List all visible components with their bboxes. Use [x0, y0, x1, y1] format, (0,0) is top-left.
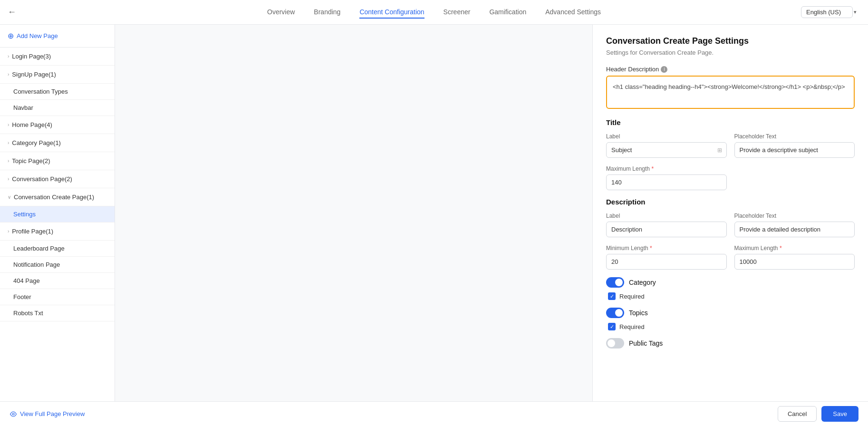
header-description-box[interactable]: <h1 class="heading heading--h4"><strong>… — [606, 76, 855, 109]
settings-subtitle: Settings for Conversation Create Page. — [606, 49, 855, 56]
tab-gamification[interactable]: Gamification — [489, 6, 526, 19]
header-description-section: Header Description i <h1 class="heading … — [606, 66, 855, 109]
chevron-right-icon: › — [8, 72, 9, 77]
desc-label-group: Label — [606, 213, 727, 237]
eye-icon — [10, 410, 17, 418]
view-full-page-preview-button[interactable]: View Full Page Preview — [10, 410, 85, 418]
add-new-page-button[interactable]: ⊕ Add New Page — [0, 25, 115, 48]
info-icon[interactable]: i — [661, 66, 667, 73]
sidebar-item-footer[interactable]: Footer — [0, 289, 115, 305]
sidebar-item-navbar[interactable]: Navbar — [0, 100, 115, 116]
chevron-right-icon: › — [8, 54, 9, 59]
chevron-right-icon: › — [8, 140, 9, 145]
plus-circle-icon: ⊕ — [8, 31, 14, 40]
desc-min-length-label: Minimum Length — [606, 245, 648, 252]
settings-panel: Conversation Create Page Settings Settin… — [592, 25, 868, 401]
desc-max-length-label: Maximum Length — [734, 245, 778, 252]
chevron-right-icon: › — [8, 176, 9, 182]
bottom-bar: View Full Page Preview Cancel Save — [0, 401, 868, 426]
top-nav: ← Overview Branding Content Configuratio… — [0, 0, 868, 25]
category-label: Category — [629, 279, 656, 286]
action-buttons: Cancel Save — [778, 406, 858, 422]
title-max-length-group: Maximum Length * — [606, 165, 727, 190]
sidebar-item-category-page[interactable]: › Category Page(1) — [0, 134, 115, 152]
tab-screener[interactable]: Screener — [444, 6, 471, 19]
title-max-length-label: Maximum Length — [606, 165, 650, 172]
sidebar-item-robots-txt[interactable]: Robots Txt — [0, 305, 115, 321]
sidebar-item-settings[interactable]: Settings — [0, 206, 115, 223]
sidebar-item-conversation-create-page[interactable]: ∨ Conversation Create Page(1) — [0, 188, 115, 206]
desc-min-length-group: Minimum Length * — [606, 245, 727, 270]
title-label-field-label: Label — [606, 133, 727, 140]
tab-content-configuration[interactable]: Content Configuration — [359, 6, 424, 19]
sidebar-item-profile-page[interactable]: › Profile Page(1) — [0, 223, 115, 241]
topics-label: Topics — [629, 309, 648, 317]
header-description-label: Header Description — [606, 66, 659, 73]
sidebar-item-conversation-page[interactable]: › Conversation Page(2) — [0, 170, 115, 188]
category-required-row: ✓ Required — [608, 292, 855, 300]
desc-placeholder-group: Placeholder Text — [734, 213, 855, 237]
category-toggle-row: Category — [606, 277, 855, 288]
title-label-group: Label ⊞ — [606, 133, 727, 158]
back-button[interactable]: ← — [8, 7, 16, 17]
desc-label-input[interactable] — [606, 222, 727, 237]
public-tags-toggle-row: Public Tags — [606, 338, 855, 349]
chevron-right-icon: › — [8, 122, 9, 127]
title-label-input[interactable] — [606, 142, 727, 158]
settings-title: Conversation Create Page Settings — [606, 36, 855, 46]
desc-placeholder-input[interactable] — [734, 222, 855, 237]
category-required-checkbox[interactable]: ✓ — [608, 292, 616, 300]
topics-toggle[interactable] — [606, 308, 624, 318]
sidebar-item-404-page[interactable]: 404 Page — [0, 273, 115, 289]
desc-max-length-group: Maximum Length * — [734, 245, 855, 270]
description-section-heading: Description — [606, 198, 855, 206]
check-icon: ✓ — [610, 324, 614, 330]
check-icon: ✓ — [610, 293, 614, 300]
desc-max-length-input[interactable] — [734, 254, 855, 270]
cancel-button[interactable]: Cancel — [778, 406, 817, 422]
desc-label-field-label: Label — [606, 213, 727, 219]
nav-tabs: Overview Branding Content Configuration … — [267, 6, 601, 19]
chevron-down-icon: ∨ — [8, 194, 11, 200]
chevron-right-icon: › — [8, 229, 9, 234]
title-placeholder-input[interactable] — [734, 142, 855, 158]
sidebar-item-notification-page[interactable]: Notification Page — [0, 257, 115, 273]
sidebar-item-home-page[interactable]: › Home Page(4) — [0, 116, 115, 134]
title-section: Title Label ⊞ Placeholder Text Maximum L… — [606, 118, 855, 190]
chevron-right-icon: › — [8, 158, 9, 164]
title-section-heading: Title — [606, 118, 855, 126]
title-max-length-input[interactable] — [606, 174, 727, 190]
chevron-down-icon: ▾ — [854, 9, 857, 15]
main-layout: ⊕ Add New Page › Login Page(3) › SignUp … — [0, 25, 868, 401]
public-tags-label: Public Tags — [629, 339, 663, 347]
tab-overview[interactable]: Overview — [267, 6, 295, 19]
topics-toggle-row: Topics — [606, 308, 855, 318]
save-button[interactable]: Save — [821, 406, 858, 422]
description-section: Description Label Placeholder Text Minim… — [606, 198, 855, 270]
category-required-label: Required — [619, 293, 645, 300]
title-placeholder-group: Placeholder Text — [734, 133, 855, 158]
sidebar-item-signup-page[interactable]: › SignUp Page(1) — [0, 66, 115, 84]
topics-required-label: Required — [619, 323, 645, 330]
svg-point-0 — [12, 413, 14, 415]
sidebar-item-login-page[interactable]: › Login Page(3) — [0, 48, 115, 66]
grid-icon: ⊞ — [717, 147, 722, 154]
title-placeholder-label: Placeholder Text — [734, 133, 855, 140]
desc-placeholder-label: Placeholder Text — [734, 213, 855, 219]
tab-branding[interactable]: Branding — [314, 6, 340, 19]
language-select[interactable]: English (US) French Spanish German — [801, 6, 853, 18]
tab-advanced-settings[interactable]: Advanced Settings — [545, 6, 601, 19]
topics-required-checkbox[interactable]: ✓ — [608, 323, 616, 330]
main-content-area — [115, 25, 592, 401]
category-toggle[interactable] — [606, 277, 624, 288]
public-tags-toggle[interactable] — [606, 338, 624, 349]
sidebar: ⊕ Add New Page › Login Page(3) › SignUp … — [0, 25, 115, 401]
desc-min-length-input[interactable] — [606, 254, 727, 270]
sidebar-item-conversation-types[interactable]: Conversation Types — [0, 84, 115, 100]
topics-required-row: ✓ Required — [608, 323, 855, 330]
sidebar-item-leaderboard-page[interactable]: Leaderboard Page — [0, 241, 115, 257]
sidebar-item-topic-page[interactable]: › Topic Page(2) — [0, 152, 115, 170]
